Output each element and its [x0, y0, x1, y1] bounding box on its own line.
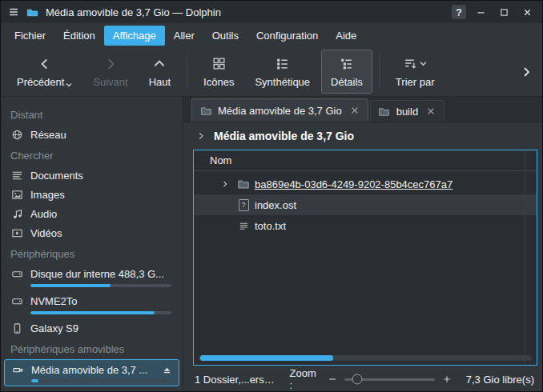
section-peripheriques: Périphériques: [1, 242, 183, 264]
menu-bar: Fichier Édition Affichage Aller Outils C…: [1, 23, 542, 47]
horizontal-scrollbar[interactable]: [199, 355, 532, 361]
menu-affichage[interactable]: Affichage: [104, 26, 165, 46]
caret-down-icon: [66, 82, 72, 88]
tab-close-icon[interactable]: [349, 105, 360, 116]
tab-media-amovible[interactable]: Média amovible de 3,7 Gio: [191, 98, 368, 122]
chevron-left-icon: [38, 56, 52, 72]
zoom-slider-handle[interactable]: [352, 374, 362, 385]
images-icon: [10, 188, 23, 201]
up-button[interactable]: Haut: [139, 50, 180, 94]
dolphin-app-icon: [26, 6, 38, 18]
zoom-in-icon[interactable]: [440, 373, 453, 386]
dolphin-window: Média amovible de 3,7 Gio — Dolphin ? Fi…: [0, 0, 543, 392]
file-name: toto.txt: [255, 220, 286, 232]
menu-fichier[interactable]: Fichier: [6, 26, 54, 46]
status-bar: 1 Dossier,...ers (99 o) Zoom :: [183, 367, 542, 391]
file-row-folder[interactable]: ba869e4b-03d6-4249-9202-85b4cec767a7: [194, 174, 537, 194]
back-button[interactable]: Précédent: [7, 50, 82, 94]
close-button[interactable]: [518, 4, 536, 20]
column-divider: [525, 150, 525, 365]
menu-outils[interactable]: Outils: [203, 26, 247, 46]
zoom-control: Zoom :: [290, 367, 453, 391]
up-label: Haut: [149, 76, 171, 88]
eject-icon[interactable]: [159, 363, 174, 376]
file-row-toto-txt[interactable]: toto.txt: [194, 215, 537, 236]
sidebar-item-nvme2to[interactable]: NVME2To: [1, 291, 183, 310]
disk-usage-fill: [31, 379, 38, 382]
breadcrumb[interactable]: Média amovible de 3,7 Gio: [183, 122, 542, 150]
sidebar-item-disque-dur-interne[interactable]: Disque dur interne 488,3 G...: [1, 264, 183, 283]
menu-edition[interactable]: Édition: [54, 26, 104, 46]
breadcrumb-current[interactable]: Média amovible de 3,7 Gio: [214, 130, 354, 142]
unknown-file-icon: ?: [237, 198, 250, 211]
zoom-slider[interactable]: [344, 373, 435, 386]
back-label: Précédent: [17, 76, 64, 88]
menu-configuration[interactable]: Configuration: [247, 26, 327, 46]
menu-aide[interactable]: Aide: [327, 26, 365, 46]
sidebar-item-images[interactable]: Images: [1, 185, 183, 204]
zoom-out-icon[interactable]: [326, 373, 339, 386]
forward-button[interactable]: Suivant: [83, 50, 137, 94]
icons-view-icon: [212, 56, 226, 72]
content-area: Média amovible de 3,7 Gio build: [183, 97, 542, 391]
details-view-icon: [340, 56, 353, 72]
toolbar-overflow-button[interactable]: [517, 61, 536, 83]
details-view-button[interactable]: Détails: [321, 50, 372, 94]
column-header-nom[interactable]: Nom: [210, 154, 231, 166]
compact-label: Synthétique: [255, 76, 310, 88]
folder-icon: [378, 105, 391, 118]
harddrive-icon: [10, 267, 23, 280]
tab-close-icon[interactable]: [425, 106, 436, 117]
chevron-right-icon: [103, 56, 118, 72]
window-title: Média amovible de 3,7 Gio — Dolphin: [46, 6, 221, 18]
menu-aller[interactable]: Aller: [165, 26, 203, 46]
sidebar-item-galaxy-s9[interactable]: Galaxy S9: [1, 318, 183, 338]
file-name: ba869e4b-03d6-4249-9202-85b4cec767a7: [255, 178, 452, 190]
minimize-button[interactable]: [472, 4, 489, 20]
tab-bar: Média amovible de 3,7 Gio build: [183, 97, 542, 122]
compact-view-icon: [276, 56, 289, 72]
folder-icon: [199, 104, 212, 117]
toolbar-separator: [379, 54, 380, 89]
network-icon: [10, 128, 23, 141]
disk-usage-fill: [30, 284, 111, 287]
sidebar-item-reseau[interactable]: Réseau: [1, 125, 183, 144]
text-file-icon: [237, 219, 250, 232]
column-header-row: Nom: [194, 150, 537, 171]
maximize-button[interactable]: [495, 4, 513, 20]
tab-build[interactable]: build: [370, 100, 444, 122]
folder-icon: [237, 178, 250, 190]
status-summary: 1 Dossier,...ers (99 o): [195, 374, 277, 386]
sidebar-item-media-amovible-row[interactable]: Média amovible de 3,7 ...: [5, 362, 179, 378]
sort-by-button[interactable]: Trier par: [386, 50, 444, 94]
section-peripheriques-amovibles: Périphériques amovibles: [1, 338, 183, 359]
disk-usage-bar: [31, 379, 171, 382]
icons-view-button[interactable]: Icônes: [194, 50, 243, 94]
file-list: ba869e4b-03d6-4249-9202-85b4cec767a7 ? i…: [194, 171, 537, 236]
expand-chevron-icon[interactable]: [218, 180, 232, 188]
main-toolbar: Précédent Suivant Haut Icônes Synthétiq: [1, 47, 542, 97]
smartphone-icon: [10, 322, 23, 334]
sidebar-item-audio[interactable]: Audio: [1, 204, 183, 223]
file-view: Nom ba869e4b-03d6-4249-9202-85b4cec767a7: [193, 150, 537, 366]
chevron-right-icon: [195, 130, 207, 142]
scrollbar-thumb[interactable]: [200, 355, 333, 361]
usb-drive-icon: [11, 363, 24, 376]
file-row-index-ost[interactable]: ? index.ost: [194, 194, 537, 215]
details-label: Détails: [331, 76, 363, 88]
sidebar-item-videos[interactable]: Vidéos: [1, 223, 183, 242]
zoom-label: Zoom :: [290, 367, 321, 391]
caret-down-icon: [420, 60, 427, 67]
hamburger-menu-icon[interactable]: [7, 6, 20, 18]
documents-icon: [10, 169, 23, 182]
compact-view-button[interactable]: Synthétique: [245, 50, 320, 94]
audio-icon: [10, 207, 23, 220]
sidebar-item-media-amovible[interactable]: Média amovible de 3,7 ...: [4, 359, 179, 386]
sidebar-item-documents[interactable]: Documents: [1, 166, 183, 185]
disk-usage-bar: [30, 311, 171, 314]
main-area: Distant Réseau Chercher Documents Images: [1, 97, 542, 391]
icons-label: Icônes: [203, 76, 234, 88]
tab-label: Média amovible de 3,7 Gio: [218, 105, 342, 117]
help-button[interactable]: ?: [452, 5, 466, 19]
titlebar: Média amovible de 3,7 Gio — Dolphin ?: [1, 1, 542, 23]
